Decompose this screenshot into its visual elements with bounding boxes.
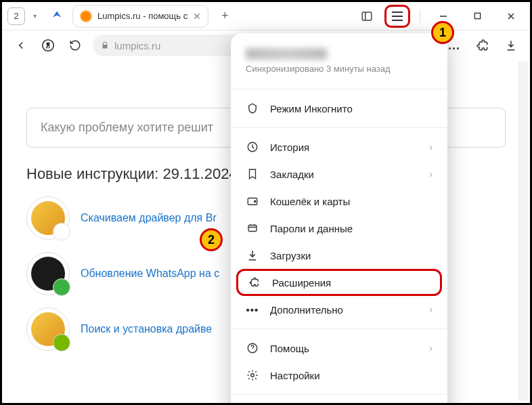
main-menu-dropdown: Синхронизировано 3 минуты назад Режим Ин… xyxy=(231,33,447,405)
annotation-callout-2: 2 xyxy=(200,228,223,251)
user-name-blurred xyxy=(246,48,327,60)
menu-label: Помощь xyxy=(270,343,309,354)
tab-favicon-icon xyxy=(80,10,92,22)
article-thumb-icon xyxy=(26,196,70,240)
help-icon xyxy=(246,341,259,355)
search-placeholder: Какую проблему хотите решит xyxy=(41,121,213,134)
menu-item-close-browser[interactable]: Закрыть Браузер xyxy=(231,400,447,405)
menu-separator xyxy=(231,328,447,329)
chevron-right-icon: › xyxy=(429,169,433,179)
menu-item-help[interactable]: Помощь › xyxy=(231,335,447,362)
active-tab[interactable]: Lumpics.ru - помощь с ✕ xyxy=(72,5,208,28)
menu-label: Закладки xyxy=(270,169,314,180)
history-icon xyxy=(246,140,259,154)
addrbar-right-icons: ... xyxy=(445,36,520,55)
download-icon xyxy=(246,249,259,262)
menu-item-downloads[interactable]: Загрузки xyxy=(231,242,447,269)
window-close-icon[interactable] xyxy=(497,5,525,27)
reload-button[interactable] xyxy=(66,36,85,55)
tab-title: Lumpics.ru - помощь с xyxy=(97,11,187,21)
menu-item-bookmarks[interactable]: Закладки › xyxy=(231,161,447,188)
puzzle-icon xyxy=(248,276,261,289)
menu-separator xyxy=(231,127,447,128)
menu-item-extensions[interactable]: Расширения xyxy=(236,269,442,296)
menu-label: Дополнительно xyxy=(270,304,343,316)
menu-button-highlight xyxy=(384,5,410,28)
yandex-home-icon[interactable] xyxy=(39,36,58,55)
tab-group: 2 ▾ Lumpics.ru - помощь с ✕ + xyxy=(7,5,234,28)
gear-icon xyxy=(246,368,259,382)
address-domain: lumpics.ru xyxy=(114,40,160,51)
menu-item-more[interactable]: ••• Дополнительно › xyxy=(231,296,447,323)
article-thumb-icon xyxy=(26,307,70,351)
chevron-right-icon: › xyxy=(429,304,433,315)
menu-label: Пароли и данные xyxy=(270,223,353,234)
divider xyxy=(420,9,420,23)
article-thumb-icon xyxy=(26,252,70,295)
article-link[interactable]: Обновление WhatsApp на с xyxy=(81,268,219,280)
key-icon xyxy=(246,221,259,235)
menu-label: История xyxy=(270,142,309,153)
article-link[interactable]: Поиск и установка драйве xyxy=(81,323,212,335)
article-link[interactable]: Скачиваем драйвер для Br xyxy=(81,212,217,224)
menu-separator xyxy=(231,394,447,395)
main-menu-button[interactable] xyxy=(388,8,407,24)
svg-point-9 xyxy=(251,374,254,377)
app-logo-icon[interactable] xyxy=(48,7,66,25)
wallet-icon xyxy=(246,194,259,208)
tab-dropdown-chevron-icon[interactable]: ▾ xyxy=(28,7,41,25)
menu-item-passwords[interactable]: Пароли и данные xyxy=(231,215,447,242)
chevron-right-icon: › xyxy=(429,142,433,152)
menu-item-wallet[interactable]: Кошелёк и карты xyxy=(231,188,447,215)
menu-label: Загрузки xyxy=(270,250,311,261)
incognito-icon xyxy=(246,102,259,115)
menu-label: Режим Инкогнито xyxy=(270,103,353,114)
svg-rect-2 xyxy=(474,13,480,18)
tab-close-icon[interactable]: ✕ xyxy=(193,11,201,22)
svg-rect-7 xyxy=(248,226,257,232)
dots-icon: ••• xyxy=(246,303,259,316)
window-maximize-icon[interactable] xyxy=(464,5,491,27)
scrollbar[interactable] xyxy=(518,62,528,401)
menu-item-incognito[interactable]: Режим Инкогнито xyxy=(231,95,447,122)
back-button[interactable] xyxy=(12,36,30,55)
menu-separator xyxy=(231,89,447,89)
menu-user-section[interactable]: Синхронизировано 3 минуты назад xyxy=(231,44,447,83)
sidebar-toggle-icon[interactable] xyxy=(356,5,378,27)
lock-icon xyxy=(101,41,109,50)
chevron-right-icon: › xyxy=(429,343,433,354)
menu-label: Расширения xyxy=(272,277,331,289)
tab-counter[interactable]: 2 xyxy=(7,7,25,25)
svg-rect-0 xyxy=(362,12,372,20)
downloads-toolbar-icon[interactable] xyxy=(502,36,520,55)
new-tab-button[interactable]: + xyxy=(215,7,234,26)
annotation-callout-1: 1 xyxy=(431,21,454,44)
menu-item-history[interactable]: История › xyxy=(231,133,447,161)
svg-point-6 xyxy=(254,200,256,202)
menu-label: Настройки xyxy=(270,370,320,381)
bookmark-icon xyxy=(246,167,259,181)
menu-label: Кошелёк и карты xyxy=(270,196,350,207)
sync-status: Синхронизировано 3 минуты назад xyxy=(246,64,433,74)
menu-item-settings[interactable]: Настройки xyxy=(231,362,447,389)
extensions-toolbar-icon[interactable] xyxy=(473,36,492,55)
